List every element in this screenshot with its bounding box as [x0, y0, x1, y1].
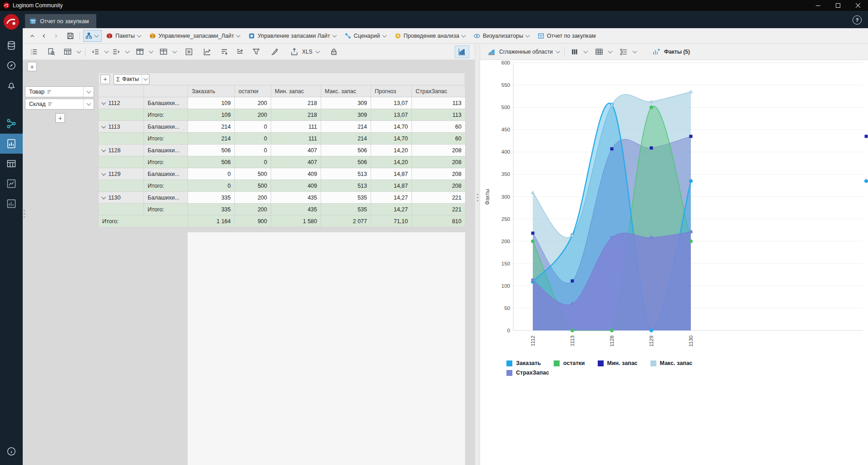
filter-icon[interactable]: [249, 46, 263, 58]
preview-icon[interactable]: [45, 46, 58, 58]
sidebar-item-notifications[interactable]: [0, 75, 23, 95]
table-view-icon[interactable]: [61, 46, 74, 58]
columns-icon[interactable]: [157, 46, 170, 58]
breadcrumb-label[interactable]: Сценарий: [354, 33, 380, 39]
add-row-dimension-button[interactable]: +: [55, 113, 65, 123]
chevron-down-icon[interactable]: [461, 33, 466, 37]
forward-button[interactable]: [50, 30, 62, 41]
add-fact-button[interactable]: +: [100, 75, 110, 84]
breadcrumb-item-3[interactable]: Сценарий: [345, 33, 387, 39]
collapse-group-icon[interactable]: [102, 100, 106, 105]
sidebar-item-chart-line[interactable]: [0, 174, 23, 194]
breadcrumb-label[interactable]: Отчет по закупкам: [547, 33, 596, 39]
pivot-column-header[interactable]: Прогноз: [371, 85, 412, 97]
breadcrumb-label[interactable]: Управление запасами Лайт: [258, 33, 330, 39]
lock-icon[interactable]: [327, 46, 341, 58]
pivot-column-header[interactable]: Макс. запас: [321, 85, 371, 97]
chevron-down-icon[interactable]: [556, 49, 560, 53]
pivot-column-header[interactable]: Мин. запас: [271, 85, 321, 97]
export-icon[interactable]: [288, 46, 301, 58]
format-brush-icon[interactable]: [268, 46, 281, 58]
pivot-group-cell[interactable]: 1112: [99, 97, 144, 109]
breadcrumb-item-0[interactable]: Пакеты: [106, 33, 142, 39]
collapse-group-icon[interactable]: [102, 148, 106, 152]
sidebar-item-data[interactable]: [0, 35, 23, 55]
chevron-down-icon[interactable]: [632, 49, 637, 53]
back-button[interactable]: [38, 30, 50, 41]
minimize-button[interactable]: [808, 0, 828, 11]
maximize-button[interactable]: [828, 0, 848, 11]
chevron-down-icon[interactable]: [104, 49, 109, 53]
dimension-field-product[interactable]: Товар: [25, 86, 94, 97]
menu-list-icon[interactable]: [27, 46, 41, 58]
chevron-down-icon[interactable]: [77, 49, 81, 53]
chart-levels-icon[interactable]: [617, 46, 630, 58]
pivot-group-cell[interactable]: 1129: [99, 168, 144, 180]
sidebar-item-table[interactable]: [0, 154, 23, 174]
pivot-column-header[interactable]: Заказать: [188, 85, 235, 97]
collapse-group-icon[interactable]: [102, 124, 106, 128]
scenario-tree-button[interactable]: [83, 30, 102, 42]
breadcrumb-item-5[interactable]: Визуализаторы: [474, 33, 531, 39]
legend-item[interactable]: СтрахЗапас: [506, 370, 549, 376]
breadcrumb-label[interactable]: Пакеты: [115, 33, 135, 39]
pivot-group-cell[interactable]: 1130: [99, 192, 144, 204]
sidebar-item-chart-bars[interactable]: [0, 194, 23, 214]
chart-type-icon[interactable]: [485, 46, 498, 58]
loginom-logo-icon[interactable]: [3, 14, 20, 30]
close-button[interactable]: [848, 0, 868, 11]
chevron-down-icon[interactable]: [236, 33, 241, 37]
chart-grid-icon[interactable]: [592, 46, 606, 58]
breadcrumb-label[interactable]: Визуализаторы: [483, 33, 523, 39]
measures-icon[interactable]: [200, 46, 214, 58]
facts-selector[interactable]: Σ Факты: [114, 74, 149, 85]
chevron-down-icon[interactable]: [526, 33, 530, 37]
sidebar-item-report-active[interactable]: [0, 134, 23, 154]
pivot-group-cell[interactable]: 1113: [99, 121, 144, 133]
breadcrumb-item-4[interactable]: Проведение анализа: [395, 33, 466, 39]
sidebar-item-connections[interactable]: [0, 114, 23, 134]
chevron-down-icon[interactable]: [149, 49, 154, 53]
help-button[interactable]: ?: [853, 15, 862, 25]
panel-splitter[interactable]: [475, 44, 480, 465]
navigate-up-button[interactable]: [26, 30, 38, 41]
legend-item[interactable]: Заказать: [506, 360, 541, 366]
breadcrumb-item-1[interactable]: Управление_запасами_Лайт: [149, 33, 241, 39]
facts-settings-icon[interactable]: [650, 46, 663, 58]
facts-dropdown[interactable]: [142, 75, 149, 84]
aggregation-icon[interactable]: [233, 46, 247, 58]
chart-canvas[interactable]: 0501001502002503003504004505005506001112…: [480, 60, 868, 355]
chevron-down-icon[interactable]: [608, 49, 612, 53]
grid-headers-icon[interactable]: [133, 46, 147, 58]
show-chart-toggle[interactable]: [455, 45, 469, 58]
sidebar-item-navigator[interactable]: [0, 55, 23, 75]
pivot-group-cell[interactable]: 1128: [99, 145, 144, 156]
breadcrumb-label[interactable]: Управление_запасами_Лайт: [159, 33, 234, 39]
breadcrumb-item-2[interactable]: Управление запасами Лайт: [248, 33, 337, 39]
dimension-field-warehouse[interactable]: Склад: [25, 99, 94, 110]
chevron-down-icon[interactable]: [137, 33, 141, 37]
collapse-levels-icon[interactable]: [89, 46, 102, 58]
chevron-down-icon[interactable]: [125, 49, 130, 53]
tab-report[interactable]: Отчет по закупкам: [25, 14, 96, 28]
bars-orientation-icon[interactable]: [568, 46, 581, 58]
chevron-down-icon[interactable]: [173, 49, 177, 53]
chart-facts-label[interactable]: Факты (5): [664, 49, 690, 55]
breadcrumb-item-6[interactable]: Отчет по закупкам: [538, 33, 596, 39]
splitter-handle[interactable]: [477, 194, 478, 195]
legend-item[interactable]: остатки: [554, 360, 585, 366]
chevron-down-icon[interactable]: [583, 49, 588, 53]
export-xls-label[interactable]: XLS: [302, 49, 312, 55]
pivot-column-header[interactable]: остатки: [235, 85, 271, 97]
collapse-group-icon[interactable]: [102, 171, 106, 175]
chevron-down-icon[interactable]: [332, 33, 337, 37]
dimension-dropdown[interactable]: [83, 99, 94, 109]
add-column-dimension-button[interactable]: +: [27, 62, 37, 71]
details-sort-icon[interactable]: [218, 46, 231, 58]
chart-type-label[interactable]: Сглаженные области: [499, 49, 553, 55]
dimension-dropdown[interactable]: [83, 87, 94, 97]
legend-item[interactable]: Мин. запас: [598, 360, 638, 366]
pivot-column-header[interactable]: СтрахЗапас: [412, 85, 466, 97]
info-icon[interactable]: [0, 441, 23, 461]
chevron-down-icon[interactable]: [382, 33, 387, 37]
